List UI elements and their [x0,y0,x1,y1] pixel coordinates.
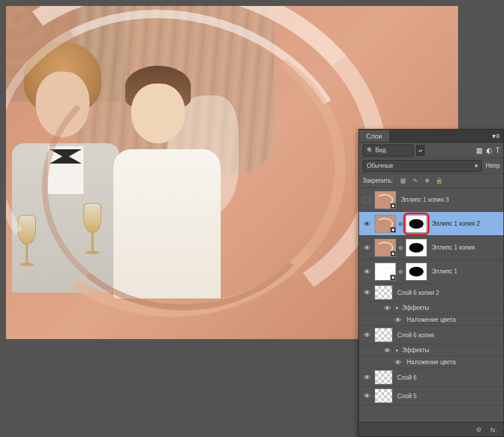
filter-row: Вид ▴▾ ▦ ◐ T [359,143,503,158]
layer-thumbnail[interactable] [375,389,392,403]
layer-mask-thumbnail[interactable] [406,263,427,281]
layer-name-label[interactable]: Эллипс 1 копия 2 [432,220,480,227]
layer-thumbnail[interactable] [375,285,392,300]
visibility-toggle[interactable]: 👁 [361,242,372,253]
mask-link-icon[interactable]: ⊖ [398,239,403,257]
lock-position-icon[interactable]: ✥ [423,177,431,185]
effects-header[interactable]: 👁▸Эффекты [359,344,503,356]
layer-thumbnail[interactable] [375,191,396,209]
visibility-toggle[interactable]: 👁 [361,287,372,298]
fx-icon[interactable]: fx. [489,425,499,435]
filter-stepper[interactable]: ▴▾ [416,145,425,156]
visibility-toggle[interactable]: 👁 [382,345,392,356]
panel-menu-icon[interactable]: ▾≡ [488,132,503,140]
layer-mask-thumbnail[interactable] [406,215,427,233]
layer-thumbnail[interactable] [375,239,396,257]
filter-type-icon[interactable]: T [496,146,500,155]
mask-link-icon[interactable]: ⊖ [398,215,403,233]
filter-adjust-icon[interactable]: ◐ [486,146,492,155]
filter-kind-label: Вид [375,147,386,153]
layer-row[interactable]: 👁⊖Эллипс 1 копия 2 [359,212,503,236]
blend-mode-label: Обычные [367,162,393,169]
visibility-toggle[interactable]: 👁 [361,390,372,401]
link-layers-icon[interactable]: ⊖ [474,425,483,435]
layer-thumbnail[interactable] [375,370,392,384]
layer-mask-thumbnail[interactable] [406,239,427,257]
filter-kind-select[interactable]: Вид [363,144,414,156]
layer-row[interactable]: Эллипс 1 копия 3 [359,188,503,212]
visibility-toggle[interactable]: 👁 [361,330,372,340]
visibility-toggle[interactable]: 👁 [361,372,372,383]
layer-name-label[interactable]: Слой 6 [397,374,417,381]
layer-name-label[interactable]: Эллипс 1 [432,268,457,275]
blend-mode-select[interactable]: Обычные ▾ [363,160,482,172]
layer-thumbnail[interactable] [375,263,396,281]
layer-row[interactable]: 👁Слой 6 [359,368,503,387]
layer-name-label[interactable]: Слой 5 [397,393,417,399]
visibility-toggle[interactable]: 👁 [361,266,372,277]
effects-header[interactable]: 👁▸Эффекты [359,302,503,314]
layer-thumbnail[interactable] [375,215,396,233]
panel-bottom-bar: ⊖ fx. [359,422,503,436]
layer-name-label[interactable]: Слой 6 копия [397,332,434,338]
lock-transparency-icon[interactable]: ▦ [399,177,407,185]
opacity-label: Непр [486,162,500,169]
visibility-toggle[interactable]: 👁 [392,357,403,368]
layer-row[interactable]: 👁Слой 6 копия 2 [359,284,503,302]
layer-row[interactable]: 👁⊖Эллипс 1 [359,260,503,284]
layer-name-label[interactable]: Слой 6 копия 2 [397,290,439,296]
lock-pixels-icon[interactable]: ✎ [411,177,419,185]
lock-label: Закрепить: [363,177,393,184]
layer-row[interactable]: 👁Слой 6 копия [359,326,503,344]
layer-name-label[interactable]: Эллипс 1 копия 3 [401,196,449,203]
mask-link-icon[interactable]: ⊖ [398,263,403,281]
effect-item[interactable]: 👁Наложение цвета [359,314,503,326]
effect-item[interactable]: 👁Наложение цвета [359,356,503,368]
layer-row[interactable]: 👁Слой 5 [359,387,503,405]
layer-thumbnail[interactable] [375,328,392,342]
layers-panel: Слои ▾≡ Вид ▴▾ ▦ ◐ T Обычные ▾ Непр Закр… [358,129,504,437]
lock-all-icon[interactable]: 🔒 [435,177,443,185]
tab-layers[interactable]: Слои [359,130,390,142]
layer-row[interactable]: 👁⊖Эллипс 1 копия [359,236,503,260]
layers-list[interactable]: Эллипс 1 копия 3👁⊖Эллипс 1 копия 2👁⊖Элли… [359,188,503,410]
visibility-toggle[interactable] [361,195,372,205]
blend-row: Обычные ▾ Непр [359,158,503,174]
panel-tabs: Слои ▾≡ [359,130,503,143]
lock-row: Закрепить: ▦ ✎ ✥ 🔒 [359,174,503,188]
visibility-toggle[interactable]: 👁 [361,219,372,229]
visibility-toggle[interactable]: 👁 [392,315,403,325]
filter-pixel-icon[interactable]: ▦ [476,146,483,155]
layer-name-label[interactable]: Эллипс 1 копия [432,244,475,251]
visibility-toggle[interactable]: 👁 [382,303,392,313]
